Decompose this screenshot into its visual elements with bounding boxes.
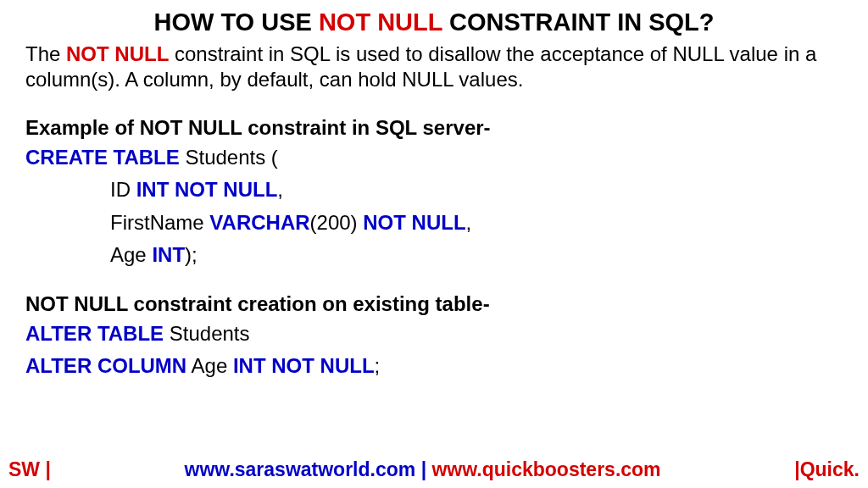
keyword: INT <box>152 243 185 266</box>
code-line: ALTER TABLE Students <box>25 318 843 350</box>
code-text: Age <box>110 243 152 266</box>
footer-center: www.saraswatworld.com | www.quickbooster… <box>185 458 661 481</box>
keyword: ALTER TABLE <box>25 322 164 345</box>
code-line: Age INT); <box>25 239 843 271</box>
code-text: ID <box>110 178 136 201</box>
code-text: Students ( <box>180 146 278 169</box>
footer-link2: www.quickboosters.com <box>431 458 660 480</box>
desc-p1: The <box>25 42 66 65</box>
page-title: HOW TO USE NOT NULL CONSTRAINT IN SQL? <box>25 8 843 36</box>
code-block-create: CREATE TABLE Students ( ID INT NOT NULL,… <box>25 141 843 272</box>
code-text: (200) <box>310 211 364 234</box>
title-prefix: HOW TO USE <box>153 8 318 36</box>
code-text: FirstName <box>110 211 209 234</box>
code-line: FirstName VARCHAR(200) NOT NULL, <box>25 207 843 239</box>
description: The NOT NULL constraint in SQL is used t… <box>25 42 843 92</box>
keyword: CREATE TABLE <box>25 146 180 169</box>
title-suffix: CONSTRAINT IN SQL? <box>442 8 715 36</box>
code-line: ID INT NOT NULL, <box>25 174 843 206</box>
keyword: ALTER COLUMN <box>25 354 186 377</box>
desc-highlight: NOT NULL <box>66 42 169 65</box>
code-text: , <box>466 211 472 234</box>
keyword: NOT NULL <box>363 211 465 234</box>
title-highlight: NOT NULL <box>319 8 442 36</box>
code-text: Students <box>164 322 249 345</box>
code-text: ); <box>185 243 198 266</box>
code-line: ALTER COLUMN Age INT NOT NULL; <box>25 350 843 382</box>
code-text: , <box>277 178 283 201</box>
footer-right: |Quick. <box>794 458 860 481</box>
section1-heading: Example of NOT NULL constraint in SQL se… <box>25 116 843 140</box>
code-line: CREATE TABLE Students ( <box>25 141 843 174</box>
footer: SW | www.saraswatworld.com | www.quickbo… <box>0 458 868 481</box>
footer-left: SW | <box>8 458 51 481</box>
keyword: INT NOT NULL <box>136 178 278 201</box>
keyword: INT NOT NULL <box>233 354 375 377</box>
footer-link1: www.saraswatworld.com | <box>185 458 432 480</box>
code-text: ; <box>375 354 381 377</box>
keyword: VARCHAR <box>209 211 309 234</box>
code-text: Age <box>186 354 233 377</box>
section2-heading: NOT NULL constraint creation on existing… <box>25 292 843 316</box>
code-block-alter: ALTER TABLE Students ALTER COLUMN Age IN… <box>25 318 843 383</box>
